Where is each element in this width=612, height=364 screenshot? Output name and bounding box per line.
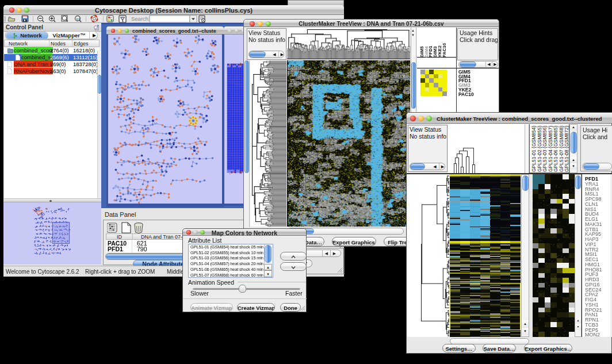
svg-text:1:1: 1:1 xyxy=(76,18,81,21)
svg-text:Search:: Search: xyxy=(131,16,150,22)
